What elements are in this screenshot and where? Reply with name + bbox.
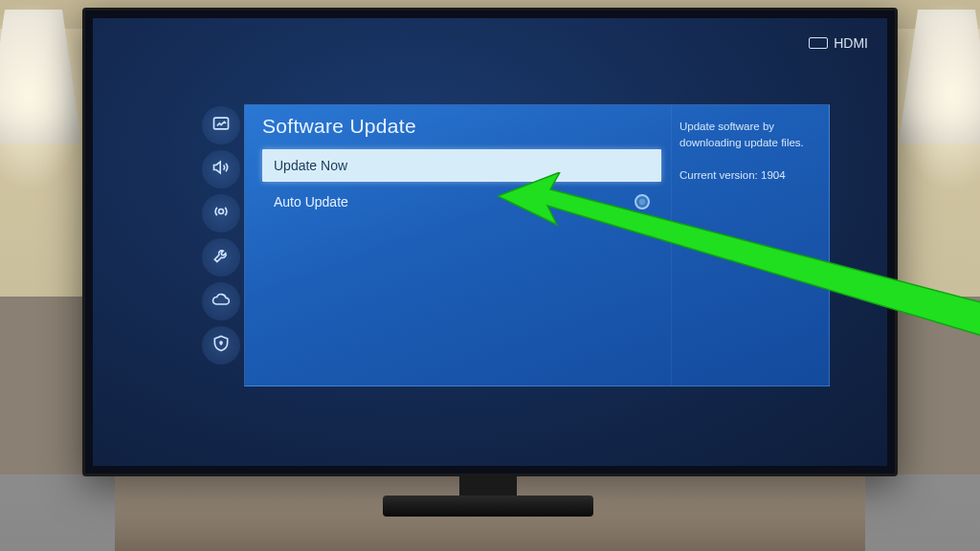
page-title: Software Update — [262, 115, 661, 138]
svg-point-2 — [220, 342, 222, 343]
sidebar-item-privacy[interactable] — [202, 326, 240, 364]
sidebar-item-broadcast[interactable] — [202, 194, 240, 232]
auto-update-toggle[interactable] — [635, 194, 650, 209]
shield-icon — [212, 334, 231, 357]
input-source-indicator: HDMI — [809, 35, 868, 51]
settings-panel: Software Update Update Now Auto Update U… — [198, 104, 830, 386]
wrench-icon — [212, 246, 231, 269]
svg-point-1 — [219, 209, 224, 214]
sidebar-item-general[interactable] — [202, 238, 240, 276]
menu-item-auto-update[interactable]: Auto Update — [262, 186, 661, 218]
menu-item-label: Update Now — [274, 158, 347, 173]
tv-stand-base — [383, 496, 593, 517]
hdmi-icon — [809, 37, 828, 49]
picture-icon — [212, 114, 231, 137]
menu-item-update-now[interactable]: Update Now — [262, 149, 661, 182]
svg-rect-0 — [214, 118, 229, 129]
sidebar-item-sound[interactable] — [202, 150, 240, 188]
tv-screen: HDMI — [93, 18, 887, 466]
version-value: 1904 — [761, 169, 786, 181]
broadcast-icon — [212, 202, 231, 225]
tv-frame: HDMI — [82, 8, 898, 476]
panel-body: Software Update Update Now Auto Update U… — [244, 104, 830, 386]
sound-icon — [212, 158, 231, 181]
version-info: Current version: 1904 — [679, 167, 815, 184]
help-text: Update software by downloading update fi… — [679, 119, 815, 152]
menu-item-label: Auto Update — [274, 194, 348, 209]
settings-sidebar — [198, 104, 244, 386]
sidebar-item-picture[interactable] — [202, 106, 240, 144]
help-panel: Update software by downloading update fi… — [671, 105, 829, 386]
cloud-icon — [212, 290, 231, 313]
panel-main: Software Update Update Now Auto Update — [245, 105, 671, 386]
input-source-label: HDMI — [834, 35, 868, 51]
sidebar-item-support[interactable] — [202, 282, 240, 320]
version-label: Current version: — [679, 169, 758, 181]
